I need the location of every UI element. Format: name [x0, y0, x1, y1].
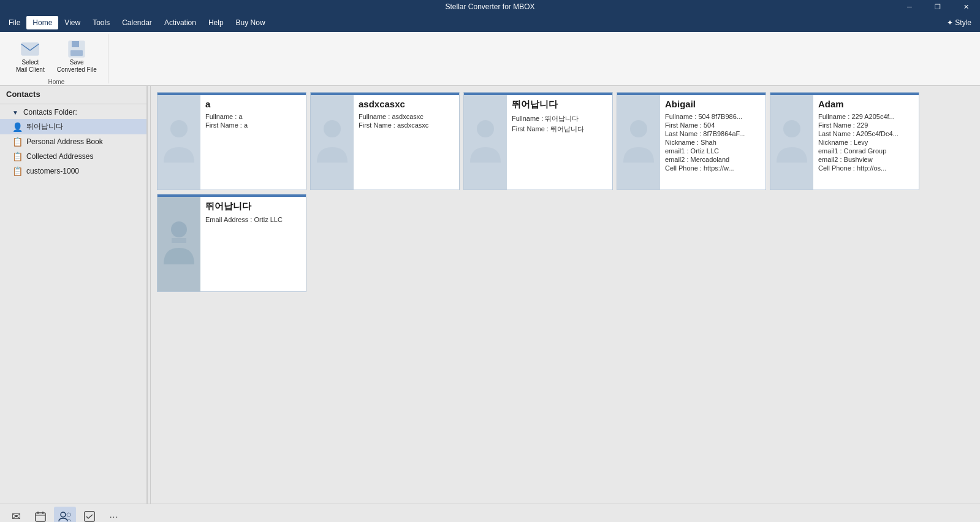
menu-file[interactable]: File	[2, 16, 26, 29]
card-avatar-korean-3	[158, 194, 200, 291]
svg-rect-2	[72, 41, 79, 47]
sidebar-item-customers-1000[interactable]: 📋 customers-1000	[0, 164, 146, 178]
card-name-adam: Adam	[818, 99, 914, 109]
card-field-fullname-abigail: Fullname : 504 8f7B986...	[665, 113, 761, 120]
card-field-email1-abigail: email1 : Ortiz LLC	[665, 147, 761, 155]
card-field-email2-adam: email2 : Bushview	[818, 156, 914, 163]
bottom-nav: ✉ ···	[0, 504, 980, 522]
title-bar: Stellar Converter for MBOX ─ ❐ ✕	[0, 0, 980, 13]
card-top-bar	[464, 93, 612, 95]
sidebar-item-korean[interactable]: 👤 뛰어납니다	[0, 119, 146, 134]
sidebar-item-personal-label: Personal Address Book	[26, 137, 103, 146]
menu-tools[interactable]: Tools	[86, 16, 116, 29]
collapse-arrow-icon: ▼	[12, 109, 18, 116]
contact-card-abigail[interactable]: Abigail Fullname : 504 8f7B986... First …	[617, 92, 766, 190]
card-field-nickname-adam: Nickname : Levy	[818, 139, 914, 146]
window-controls[interactable]: ─ ❐ ✕	[895, 0, 980, 13]
menu-style[interactable]: ✦ Style	[941, 16, 978, 29]
nav-contacts-button[interactable]	[54, 507, 76, 523]
contact-card-korean-3[interactable]: 뛰어납니다 Email Address : Ortiz LLC	[157, 194, 306, 292]
ribbon: SelectMail Client SaveConverted File Hom…	[0, 32, 980, 86]
svg-point-5	[324, 120, 341, 137]
card-top-bar	[158, 194, 306, 197]
card-field-email1-adam: email1 : Conrad Group	[818, 147, 914, 155]
contacts-folder-label: Contacts Folder:	[23, 108, 77, 117]
contacts-grid: a Fullname : a First Name : a asdxcasxc …	[157, 92, 974, 292]
menu-help[interactable]: Help	[202, 16, 230, 29]
ribbon-home-group: SelectMail Client SaveConverted File Hom…	[5, 34, 108, 83]
save-converted-file-label: SaveConverted File	[57, 59, 97, 74]
contact-card-a[interactable]: a Fullname : a First Name : a	[157, 92, 306, 190]
card-field-lastname-adam: Last Name : A205c4fDc4...	[818, 130, 914, 137]
contact-icon-2: 📋	[12, 137, 23, 147]
contact-icon-4: 📋	[12, 166, 23, 176]
menu-bar: File Home View Tools Calendar Activation…	[0, 13, 980, 32]
svg-point-7	[630, 120, 647, 137]
svg-point-9	[171, 221, 187, 237]
card-top-bar	[311, 93, 459, 95]
card-info-a: a Fullname : a First Name : a	[200, 93, 306, 190]
sidebar-item-contacts-folder[interactable]: ▼ Contacts Folder:	[0, 106, 146, 119]
card-field-firstname-adam: First Name : 229	[818, 121, 914, 129]
nav-calendar-button[interactable]	[29, 507, 51, 523]
svg-rect-0	[21, 43, 39, 55]
sidebar-item-collected-addresses[interactable]: 📋 Collected Addresses	[0, 149, 146, 164]
menu-home[interactable]: Home	[26, 16, 58, 29]
sidebar: Contacts ▼ Contacts Folder: 👤 뛰어납니다 📋 Pe…	[0, 86, 147, 504]
card-top-bar	[617, 93, 765, 95]
nav-tasks-button[interactable]	[78, 507, 101, 523]
menu-calendar[interactable]: Calendar	[116, 16, 158, 29]
contact-card-asdxcasxc[interactable]: asdxcasxc Fullname : asdxcasxc First Nam…	[310, 92, 460, 190]
card-name-asdxcasxc: asdxcasxc	[359, 99, 454, 109]
menu-activation[interactable]: Activation	[158, 16, 202, 29]
select-mail-client-icon	[20, 39, 40, 59]
card-field-fullname-adam: Fullname : 229 A205c4f...	[818, 113, 914, 120]
select-mail-client-button[interactable]: SelectMail Client	[12, 37, 48, 76]
svg-point-8	[783, 120, 800, 137]
card-name-korean-3: 뛰어납니다	[205, 201, 301, 212]
card-avatar-asdxcasxc	[311, 93, 354, 190]
card-field-cellphone-abigail: Cell Phone : https://w...	[665, 164, 761, 172]
contact-card-korean-2[interactable]: 뛰어납니다 Fullname : 뛰어납니다 First Name : 뛰어납니…	[463, 92, 613, 190]
card-name-korean-2: 뛰어납니다	[512, 99, 607, 110]
card-field-firstname-korean-2: First Name : 뛰어납니다	[512, 125, 607, 134]
save-converted-file-icon	[67, 39, 86, 59]
card-top-bar	[158, 93, 306, 95]
contact-icon-1: 👤	[12, 122, 23, 132]
menu-view[interactable]: View	[58, 16, 86, 29]
card-name-a: a	[205, 99, 301, 109]
card-avatar-a	[158, 93, 200, 190]
card-field-firstname-asdxcasxc: First Name : asdxcasxc	[359, 121, 454, 129]
contact-card-adam[interactable]: Adam Fullname : 229 A205c4f... First Nam…	[770, 92, 919, 190]
restore-button[interactable]: ❐	[924, 0, 952, 13]
card-avatar-korean-2	[464, 93, 507, 190]
card-top-bar	[770, 93, 919, 95]
main-layout: Contacts ▼ Contacts Folder: 👤 뛰어납니다 📋 Pe…	[0, 86, 980, 504]
save-converted-file-button[interactable]: SaveConverted File	[53, 37, 101, 76]
nav-mail-button[interactable]: ✉	[5, 507, 27, 523]
contact-icon-3: 📋	[12, 152, 23, 161]
card-avatar-abigail	[617, 93, 660, 190]
svg-rect-17	[85, 512, 94, 521]
sidebar-item-collected-label: Collected Addresses	[26, 152, 93, 161]
card-field-cellphone-adam: Cell Phone : http://os...	[818, 164, 914, 172]
card-field-lastname-abigail: Last Name : 8f7B9864aF...	[665, 130, 761, 137]
svg-point-16	[67, 513, 70, 516]
card-field-fullname-a: Fullname : a	[205, 113, 301, 120]
close-button[interactable]: ✕	[952, 0, 980, 13]
card-field-firstname-a: First Name : a	[205, 121, 301, 129]
sidebar-item-personal-address-book[interactable]: 📋 Personal Address Book	[0, 134, 146, 149]
nav-more-button[interactable]: ···	[103, 507, 125, 523]
sidebar-divider-1	[0, 104, 146, 104]
svg-rect-11	[36, 513, 45, 521]
minimize-button[interactable]: ─	[895, 0, 924, 13]
card-info-korean-3: 뛰어납니다 Email Address : Ortiz LLC	[200, 194, 306, 291]
card-field-fullname-korean-2: Fullname : 뛰어납니다	[512, 114, 607, 123]
content-area: a Fullname : a First Name : a asdxcasxc …	[151, 86, 980, 504]
sidebar-item-korean-label: 뛰어납니다	[26, 121, 63, 132]
menu-buynow[interactable]: Buy Now	[230, 16, 272, 29]
card-info-adam: Adam Fullname : 229 A205c4f... First Nam…	[813, 93, 919, 190]
card-avatar-adam	[770, 93, 813, 190]
svg-rect-3	[70, 50, 83, 56]
contacts-section-title: Contacts	[6, 90, 40, 99]
